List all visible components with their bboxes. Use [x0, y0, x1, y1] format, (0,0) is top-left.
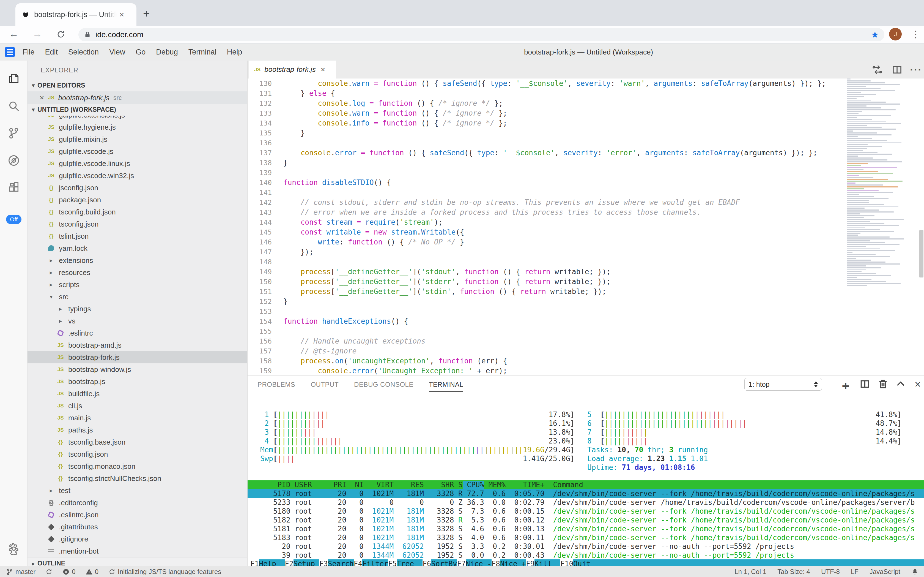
browser-menu-icon[interactable]: ⋮ [911, 29, 921, 40]
forward-button[interactable]: → [32, 28, 42, 40]
warnings-status[interactable]: 0 [85, 568, 98, 575]
split-editor-icon[interactable] [891, 64, 903, 76]
maximize-panel-icon[interactable] [895, 379, 907, 391]
outline-header[interactable]: ▸ OUTLINE [27, 557, 247, 566]
tree-item-gulpfile.extensions.js[interactable]: JSgulpfile.extensions.js [27, 116, 247, 121]
status-lf[interactable]: LF [851, 568, 858, 575]
tree-item-.gitattributes[interactable]: .gitattributes [27, 521, 247, 533]
tree-item-paths.js[interactable]: JSpaths.js [27, 424, 247, 436]
source-control-icon[interactable] [7, 127, 20, 139]
tree-item-extensions[interactable]: ▸extensions [27, 255, 247, 266]
language-status-message[interactable]: Initializing JS/TS language features [108, 568, 221, 575]
tree-item-bootstrap-fork.js[interactable]: JSbootstrap-fork.js [27, 351, 247, 363]
panel-tab-debug-console[interactable]: DEBUG CONSOLE [354, 381, 413, 392]
status-utf-8[interactable]: UTF-8 [821, 568, 840, 575]
code-line: 156 // Handle uncaught exceptions [247, 336, 847, 346]
terminal-select[interactable]: 1: htop [744, 378, 822, 391]
menu-terminal[interactable]: Terminal [188, 48, 217, 56]
app-logo-icon[interactable] [5, 47, 15, 57]
debug-disabled-icon[interactable] [7, 154, 20, 167]
code-line: 142 // const stdout, stderr and stdin be… [247, 197, 847, 207]
open-editor-item[interactable]: × JS bootstrap-fork.js src [27, 91, 247, 104]
errors-status[interactable]: 0 [63, 568, 76, 575]
sync-status[interactable] [45, 568, 53, 575]
tree-item-gulpfile.mixin.js[interactable]: JSgulpfile.mixin.js [27, 133, 247, 145]
reload-button[interactable] [56, 30, 66, 39]
tree-item-buildfile.js[interactable]: JSbuildfile.js [27, 388, 247, 400]
tree-item-gulpfile.hygiene.js[interactable]: JSgulpfile.hygiene.js [27, 121, 247, 133]
terminal-output[interactable]: 1 [||||||||||||17.8%] 2 [|||||||||||16.1… [247, 395, 924, 566]
tree-item-src[interactable]: ▾src [27, 291, 247, 303]
tree-item-test[interactable]: ▸test [27, 485, 247, 496]
panel-tab-problems[interactable]: PROBLEMS [257, 381, 295, 392]
tree-item-cli.js[interactable]: JScli.js [27, 400, 247, 412]
git-branch-status[interactable]: master [6, 568, 35, 575]
tree-item-yarn.lock[interactable]: yarn.lock [27, 242, 247, 255]
tree-item-gulpfile.vscode.linux.js[interactable]: JSgulpfile.vscode.linux.js [27, 158, 247, 169]
tree-item-.gitignore[interactable]: .gitignore [27, 533, 247, 545]
kill-terminal-icon[interactable] [877, 379, 889, 391]
tree-item-main.js[interactable]: JSmain.js [27, 412, 247, 424]
tree-item-vs[interactable]: ▸vs [27, 315, 247, 327]
open-changes-icon[interactable] [871, 64, 883, 76]
panel-tab-terminal[interactable]: TERMINAL [429, 381, 463, 392]
menu-debug[interactable]: Debug [156, 48, 178, 56]
explorer-icon[interactable] [7, 72, 20, 85]
menu-edit[interactable]: Edit [45, 48, 58, 56]
tree-item-tsconfig.build.json[interactable]: {}tsconfig.build.json [27, 206, 247, 218]
tree-item-bootstrap.js[interactable]: JSbootstrap.js [27, 376, 247, 388]
code-editor[interactable]: 130 console.warn = function () { safeSen… [247, 79, 847, 376]
tree-item-bootstrap-window.js[interactable]: JSbootstrap-window.js [27, 363, 247, 376]
menu-help[interactable]: Help [227, 48, 243, 56]
tree-item-tsconfig.json[interactable]: {}tsconfig.json [27, 448, 247, 460]
bell-icon[interactable] [911, 568, 919, 575]
address-bar[interactable]: ide.coder.com ★ [79, 28, 884, 41]
tree-item-gulpfile.vscode.win32.js[interactable]: JSgulpfile.vscode.win32.js [27, 169, 247, 182]
tree-item-resources[interactable]: ▸resources [27, 266, 247, 279]
open-editors-header[interactable]: ▾ OPEN EDITORS [27, 79, 247, 91]
settings-gear-icon[interactable] [7, 542, 20, 555]
tree-item-gulpfile.vscode.js[interactable]: JSgulpfile.vscode.js [27, 145, 247, 158]
more-actions-icon[interactable]: ··· [910, 64, 922, 76]
menu-file[interactable]: File [22, 48, 35, 56]
tab-close-icon[interactable]: × [119, 10, 124, 19]
tree-item-package.json[interactable]: {}package.json [27, 194, 247, 206]
extensions-icon[interactable] [7, 181, 20, 194]
browser-tab[interactable]: bootstrap-fork.js — Untitled (W × [15, 3, 137, 26]
editor-tab[interactable]: JS bootstrap-fork.js × [249, 61, 336, 79]
bookmark-star-icon[interactable]: ★ [871, 29, 879, 40]
tree-item-.editorconfig[interactable]: .editorconfig [27, 496, 247, 509]
menu-go[interactable]: Go [136, 48, 146, 56]
tree-item-bootstrap-amd.js[interactable]: JSbootstrap-amd.js [27, 339, 247, 351]
editor-scrollbar-thumb[interactable] [919, 230, 924, 277]
split-terminal-icon[interactable] [859, 379, 871, 391]
avatar[interactable]: J [889, 28, 902, 40]
tree-item-typings[interactable]: ▸typings [27, 303, 247, 315]
tree-item-tsconfig.strictNullChecks.json[interactable]: {}tsconfig.strictNullChecks.json [27, 472, 247, 485]
tree-item-.eslintrc[interactable]: .eslintrc [27, 327, 247, 339]
close-icon[interactable]: × [40, 93, 44, 102]
status-javascript[interactable]: JavaScript [869, 568, 900, 575]
tree-item-tsconfig.json[interactable]: {}tsconfig.json [27, 218, 247, 230]
tree-item-scripts[interactable]: ▸scripts [27, 279, 247, 291]
workspace-header[interactable]: ▾ UNTITLED (WORKSPACE) [27, 103, 247, 116]
tree-item-tsconfig.base.json[interactable]: {}tsconfig.base.json [27, 436, 247, 448]
toggle-off-badge[interactable]: Off [6, 215, 21, 224]
status-ln-1-col-1[interactable]: Ln 1, Col 1 [734, 568, 767, 575]
tab-close-icon[interactable]: × [321, 65, 325, 74]
minimap[interactable] [847, 79, 918, 376]
menu-view[interactable]: View [109, 48, 125, 56]
panel-tab-output[interactable]: OUTPUT [310, 381, 339, 392]
back-button[interactable]: ← [9, 28, 19, 40]
tree-item-tslint.json[interactable]: {}tslint.json [27, 230, 247, 242]
close-panel-icon[interactable]: × [912, 379, 924, 391]
tree-item-.eslintrc.json[interactable]: .eslintrc.json [27, 509, 247, 521]
tree-item-tsconfig.monaco.json[interactable]: {}tsconfig.monaco.json [27, 460, 247, 472]
tree-item-jsconfig.json[interactable]: {}jsconfig.json [27, 182, 247, 194]
tree-item-.mention-bot[interactable]: .mention-bot [27, 545, 247, 557]
new-tab-button[interactable]: + [143, 7, 150, 20]
menu-selection[interactable]: Selection [68, 48, 99, 56]
search-icon[interactable] [7, 100, 20, 112]
status-tab-size-4[interactable]: Tab Size: 4 [778, 568, 810, 575]
new-terminal-icon[interactable]: + [840, 379, 852, 391]
